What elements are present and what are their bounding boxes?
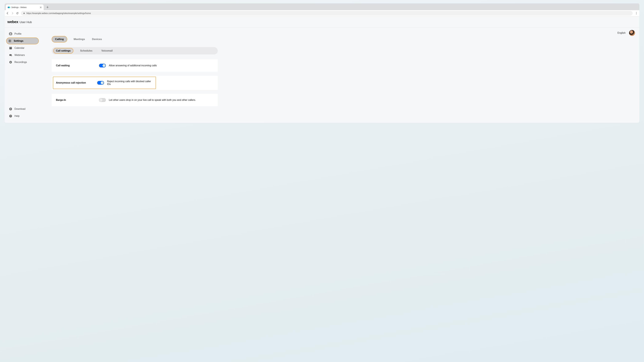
sidebar-item-settings[interactable]: Settings	[6, 38, 39, 44]
check-icon	[102, 64, 105, 67]
sidebar-footer-nav: Download ? Help	[7, 106, 43, 120]
toggle-barge-in[interactable]	[99, 98, 106, 102]
svg-line-16	[10, 40, 11, 40]
svg-point-25	[10, 62, 11, 63]
browser-tab-title: Settings - Webex	[12, 6, 38, 9]
browser-tab-strip: Settings - Webex	[4, 4, 640, 10]
browser-tab[interactable]: Settings - Webex	[6, 5, 44, 10]
setting-title: Anonymous call rejection	[56, 81, 97, 84]
forward-icon[interactable]	[11, 12, 14, 15]
calendar-icon	[9, 46, 12, 50]
gear-icon	[8, 39, 12, 43]
setting-anonymous-call-rejection: Anonymous call rejection Reject incoming…	[52, 76, 218, 90]
subtab-voicemail[interactable]: Voicemail	[99, 48, 115, 53]
sub-tabs: Call settings Schedules Voicemail	[52, 47, 218, 55]
toggle-call-waiting[interactable]	[99, 64, 106, 67]
svg-point-8	[10, 41, 10, 41]
sidebar-item-recordings[interactable]: Recordings	[7, 59, 43, 66]
sidebar-main-nav: Profile Settings Calendar	[7, 31, 43, 106]
subtab-call-settings[interactable]: Call settings	[53, 48, 73, 54]
primary-tabs: Calling Meetings Devices	[52, 36, 636, 43]
sidebar: Profile Settings Calendar	[4, 28, 43, 123]
svg-point-23	[11, 55, 12, 56]
setting-description: Allow answering of additional incoming c…	[109, 64, 157, 67]
svg-point-3	[636, 12, 636, 13]
svg-point-1	[8, 7, 10, 8]
svg-point-7	[10, 33, 11, 34]
tab-calling[interactable]: Calling	[52, 36, 67, 43]
svg-rect-2	[23, 13, 24, 14]
browser-window: Settings - Webex https://example.webex.c…	[4, 4, 640, 123]
close-icon[interactable]	[40, 6, 42, 9]
settings-panels: Call waiting Allow answering of addition…	[52, 59, 218, 106]
sidebar-item-label: Calendar	[14, 47, 24, 49]
setting-description: Reject incoming calls with blocked calle…	[107, 80, 153, 86]
svg-line-13	[9, 40, 9, 40]
sidebar-item-label: Recordings	[14, 61, 27, 64]
brand-sub: User Hub	[20, 21, 32, 24]
setting-barge-in: Barge-In Let other users drop in on your…	[52, 94, 218, 106]
highlight-box: Anonymous call rejection Reject incoming…	[53, 77, 156, 89]
svg-rect-19	[10, 47, 10, 47]
brand-main: webex	[8, 20, 18, 24]
sidebar-item-help[interactable]: ? Help	[7, 113, 43, 119]
browser-toolbar: https://example.webex.com/webappng/sites…	[4, 10, 640, 16]
sidebar-item-label: Profile	[14, 33, 21, 35]
svg-line-15	[9, 42, 9, 42]
setting-call-waiting: Call waiting Allow answering of addition…	[52, 59, 218, 72]
webinar-icon	[9, 53, 12, 57]
svg-point-5	[636, 14, 636, 14]
setting-description: Let other users drop in on your live cal…	[109, 99, 196, 101]
sidebar-item-label: Help	[14, 115, 20, 117]
setting-title: Call waiting	[56, 64, 99, 67]
download-icon	[9, 107, 12, 111]
app-header: webex User Hub	[4, 16, 640, 28]
url-bar[interactable]: https://example.webex.com/webappng/sites…	[21, 11, 632, 16]
sidebar-item-profile[interactable]: Profile	[7, 31, 43, 37]
help-icon: ?	[9, 114, 12, 118]
setting-title: Barge-In	[56, 99, 99, 101]
tab-meetings[interactable]: Meetings	[73, 36, 86, 42]
x-icon	[100, 99, 102, 101]
webex-favicon	[8, 6, 10, 9]
sidebar-item-label: Settings	[14, 40, 23, 42]
main-content: Calling Meetings Devices Call settings S…	[43, 28, 640, 123]
svg-line-14	[10, 42, 11, 42]
subtab-schedules[interactable]: Schedules	[78, 48, 94, 53]
back-icon[interactable]	[6, 12, 9, 15]
toggle-anonymous-call-rejection[interactable]	[97, 81, 104, 85]
sidebar-item-webinars[interactable]: Webinars	[7, 52, 43, 59]
app-body: English Profile Set	[4, 28, 640, 123]
app-root: webex User Hub English Profile	[4, 16, 640, 123]
sidebar-item-calendar[interactable]: Calendar	[7, 45, 43, 51]
url-text: https://example.webex.com/webappng/sites…	[26, 12, 91, 15]
svg-point-4	[636, 13, 636, 14]
reload-icon[interactable]	[16, 12, 19, 15]
check-icon	[101, 81, 104, 84]
kebab-menu-icon[interactable]	[635, 12, 638, 15]
new-tab-button[interactable]	[45, 5, 50, 10]
tab-devices[interactable]: Devices	[91, 36, 102, 42]
svg-rect-17	[10, 47, 12, 49]
brand: webex User Hub	[8, 20, 32, 24]
sidebar-item-label: Download	[14, 108, 25, 110]
svg-rect-20	[11, 47, 12, 47]
svg-text:?: ?	[10, 115, 11, 117]
sidebar-item-label: Webinars	[14, 54, 25, 57]
lock-icon	[23, 12, 25, 14]
record-icon	[9, 61, 12, 64]
sidebar-item-download[interactable]: Download	[7, 106, 43, 112]
person-icon	[9, 32, 12, 36]
svg-rect-18	[10, 48, 12, 48]
